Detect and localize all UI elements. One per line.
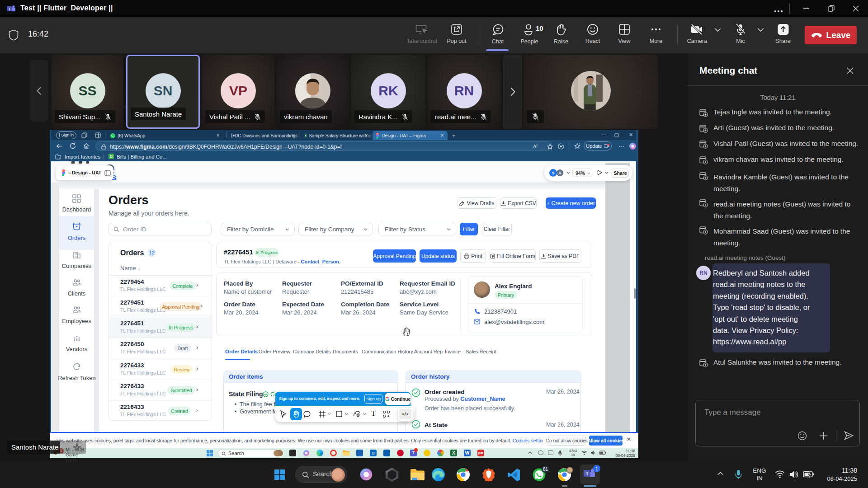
svg-text:T: T (585, 471, 589, 476)
svg-text:T: T (8, 7, 11, 11)
